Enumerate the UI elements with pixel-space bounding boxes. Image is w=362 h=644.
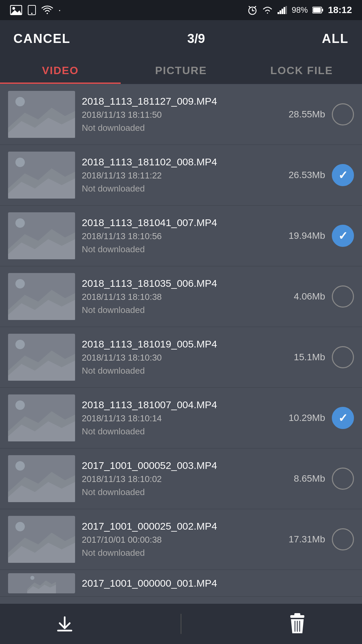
file-info: 2018_1113_181127_009.MP4 2018/11/13 18:1… (82, 96, 278, 133)
file-thumbnail (8, 455, 75, 502)
list-item[interactable]: 2018_1113_181102_008.MP4 2018/11/13 18:1… (0, 145, 362, 206)
file-info: 2018_1113_181007_004.MP4 2018/11/13 18:1… (82, 399, 278, 437)
list-item[interactable]: 2018_1113_181041_007.MP4 2018/11/13 18:1… (0, 206, 362, 266)
file-checkbox[interactable] (332, 103, 354, 125)
bottom-bar (0, 604, 362, 644)
svg-marker-2 (10, 10, 22, 14)
svg-point-24 (15, 218, 25, 228)
file-date: 2018/11/13 18:10:38 (82, 292, 278, 302)
svg-rect-8 (280, 10, 281, 14)
file-thumbnail (8, 152, 75, 199)
download-icon (55, 614, 75, 634)
status-dot: · (58, 5, 61, 15)
file-status: Not downloaded (82, 366, 278, 376)
file-date: 2018/11/13 18:10:30 (82, 353, 278, 363)
file-checkbox[interactable]: ✓ (332, 164, 354, 186)
svg-point-1 (12, 7, 15, 10)
select-all-button[interactable]: ALL (322, 32, 349, 46)
file-checkbox[interactable] (332, 468, 354, 490)
file-date: 2018/11/13 18:10:56 (82, 231, 278, 241)
cancel-button[interactable]: CANCEL (13, 32, 70, 46)
file-status: Not downloaded (82, 183, 278, 194)
file-info: 2017_1001_000000_001.MP4 (82, 578, 354, 589)
tab-video[interactable]: VIDEO (0, 57, 121, 84)
file-checkbox[interactable]: ✓ (332, 407, 354, 429)
file-date: 2018/11/13 18:10:14 (82, 413, 278, 424)
file-size: 17.31Mb (285, 534, 325, 545)
gallery-icon (10, 5, 22, 15)
bottom-divider (181, 614, 181, 634)
tab-picture[interactable]: PICTURE (121, 57, 241, 84)
file-checkbox[interactable] (332, 528, 354, 550)
file-size: 4.06Mb (285, 291, 325, 302)
svg-rect-10 (284, 7, 285, 14)
tab-bar: VIDEO PICTURE LOCK FILE (0, 57, 362, 84)
file-size: 8.65Mb (285, 473, 325, 484)
svg-point-36 (15, 400, 25, 410)
file-thumbnail (8, 394, 75, 441)
list-item[interactable]: 2017_1001_000052_003.MP4 2018/11/13 18:1… (0, 448, 362, 509)
svg-rect-9 (282, 9, 283, 14)
list-item[interactable]: 2017_1001_000000_001.MP4 (0, 570, 362, 597)
file-info: 2017_1001_000052_003.MP4 2018/11/13 18:1… (82, 460, 278, 497)
file-date: 2017/10/01 00:00:38 (82, 535, 278, 545)
svg-point-44 (15, 522, 25, 531)
file-status: Not downloaded (82, 548, 278, 558)
svg-rect-13 (313, 8, 321, 12)
selection-counter: 3/9 (187, 32, 205, 46)
file-checkbox[interactable] (332, 346, 354, 368)
checkmark-icon: ✓ (338, 230, 348, 241)
file-info: 2018_1113_181035_006.MP4 2018/11/13 18:1… (82, 278, 278, 315)
file-name: 2018_1113_181102_008.MP4 (82, 156, 278, 168)
file-date: 2018/11/13 18:11:50 (82, 110, 278, 120)
trash-icon (288, 613, 307, 635)
delete-button[interactable] (284, 610, 311, 637)
file-name: 2018_1113_181019_005.MP4 (82, 338, 278, 350)
file-name: 2018_1113_181041_007.MP4 (82, 217, 278, 228)
list-item[interactable]: 2018_1113_181035_006.MP4 2018/11/13 18:1… (0, 266, 362, 327)
thumbnail-image (8, 212, 75, 259)
file-status: Not downloaded (82, 487, 278, 497)
thumbnail-image (8, 273, 75, 320)
file-date: 2018/11/13 18:10:02 (82, 474, 278, 484)
tab-lockfile[interactable]: LOCK FILE (241, 57, 362, 84)
svg-rect-14 (322, 9, 323, 11)
status-icons-left: · (10, 5, 61, 15)
file-name: 2017_1001_000000_001.MP4 (82, 578, 354, 589)
file-checkbox[interactable] (332, 285, 354, 308)
file-thumbnail (8, 273, 75, 320)
checkmark-icon: ✓ (338, 169, 348, 181)
download-button[interactable] (51, 610, 78, 637)
file-thumbnail (8, 334, 75, 381)
battery-percent: 98% (292, 5, 308, 15)
file-size: 15.1Mb (285, 352, 325, 363)
battery-icon (312, 6, 323, 14)
status-bar: · 98% 18: (0, 0, 362, 20)
file-thumbnail (8, 91, 75, 138)
list-item[interactable]: 2017_1001_000025_002.MP4 2017/10/01 00:0… (0, 509, 362, 570)
file-size: 19.94Mb (285, 230, 325, 241)
list-item[interactable]: 2018_1113_181019_005.MP4 2018/11/13 18:1… (0, 327, 362, 388)
svg-point-48 (31, 576, 35, 580)
file-status: Not downloaded (82, 244, 278, 255)
list-item[interactable]: 2018_1113_181127_009.MP4 2018/11/13 18:1… (0, 84, 362, 145)
svg-rect-11 (286, 6, 287, 14)
file-thumbnail (8, 212, 75, 259)
thumbnail-image (8, 573, 75, 593)
svg-point-28 (15, 279, 25, 288)
file-info: 2018_1113_181102_008.MP4 2018/11/13 18:1… (82, 156, 278, 194)
file-thumbnail (8, 573, 75, 593)
thumbnail-image (8, 394, 75, 441)
thumbnail-image (8, 91, 75, 138)
top-navigation: CANCEL 3/9 ALL (0, 20, 362, 57)
svg-point-32 (15, 340, 25, 349)
alarm-icon (247, 5, 257, 15)
file-name: 2018_1113_181127_009.MP4 (82, 96, 278, 107)
status-time: 18:12 (328, 5, 352, 15)
file-status: Not downloaded (82, 123, 278, 133)
file-info: 2017_1001_000025_002.MP4 2017/10/01 00:0… (82, 521, 278, 558)
file-checkbox[interactable]: ✓ (332, 225, 354, 247)
file-name: 2017_1001_000052_003.MP4 (82, 460, 278, 471)
status-icons-right: 98% 18:12 (247, 5, 352, 15)
list-item[interactable]: 2018_1113_181007_004.MP4 2018/11/13 18:1… (0, 388, 362, 448)
